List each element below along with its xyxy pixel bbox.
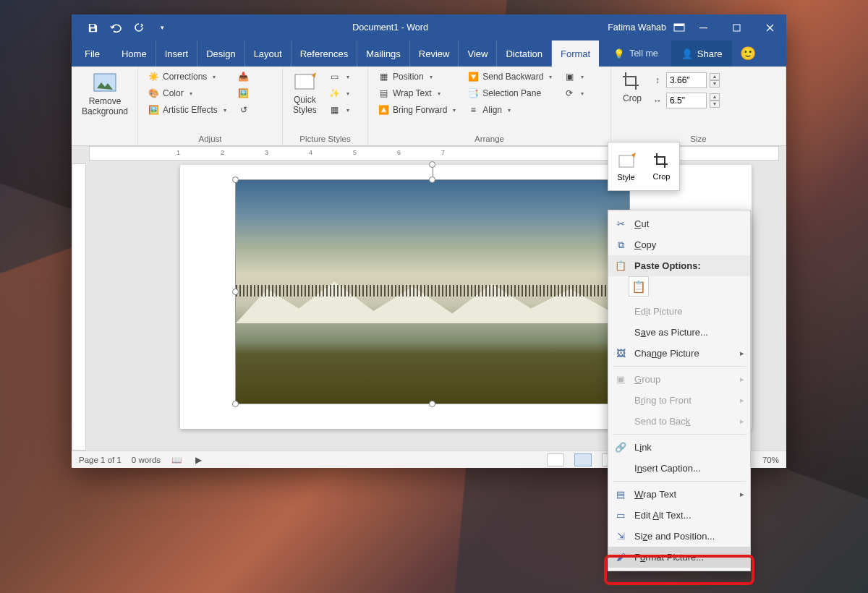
group-icon: ▣ (563, 71, 575, 82)
tab-insert[interactable]: Insert (156, 40, 198, 67)
bring-forward-button[interactable]: 🔼Bring Forward (374, 103, 459, 117)
tab-mailings[interactable]: Mailings (357, 40, 410, 67)
close-button[interactable] (753, 14, 786, 40)
ctx-wrap-text[interactable]: ▤Wrap Text (608, 484, 750, 505)
read-mode-button[interactable] (547, 453, 564, 466)
adjust-group-label: Adjust (144, 135, 276, 145)
tab-layout[interactable]: Layout (245, 40, 292, 67)
ctx-size-position[interactable]: ⇲Size and Position... (608, 526, 750, 547)
tab-dictation[interactable]: Dictation (497, 40, 552, 67)
selection-pane-button[interactable]: 📑Selection Pane (464, 86, 556, 101)
send-backward-button[interactable]: 🔽Send Backward (464, 69, 556, 84)
corrections-button[interactable]: ☀️Corrections (144, 69, 230, 84)
group-button[interactable]: ▣ (560, 69, 587, 84)
height-down[interactable]: ▼ (710, 80, 720, 88)
quick-styles-button[interactable]: Quick Styles (289, 69, 321, 117)
tab-design[interactable]: Design (197, 40, 244, 67)
feedback-icon[interactable]: 🙂 (732, 40, 764, 67)
tab-view[interactable]: View (459, 40, 497, 67)
quick-access-toolbar: ▾ (72, 17, 173, 38)
reset-icon: ↺ (238, 104, 250, 116)
handle-l[interactable] (232, 289, 239, 295)
qat-customize-icon[interactable]: ▾ (151, 17, 173, 38)
handle-bl[interactable] (232, 401, 239, 407)
ctx-link[interactable]: 🔗Link (608, 437, 750, 458)
handle-t[interactable] (429, 176, 435, 183)
rotate-handle[interactable] (429, 161, 435, 168)
artistic-effects-button[interactable]: 🖼️Artistic Effects (144, 103, 230, 117)
share-button[interactable]: 👤 Share (671, 40, 733, 67)
height-icon: ↕ (652, 74, 663, 86)
svg-rect-1 (674, 24, 684, 26)
ctx-paste-option[interactable]: 📋 (629, 276, 649, 296)
copy-icon: ⧉ (614, 239, 627, 251)
rotate-button[interactable]: ⟳ (560, 86, 587, 101)
window-title: Document1 - Word (173, 22, 608, 33)
tab-home[interactable]: Home (113, 40, 156, 67)
compress-button[interactable]: 📥 (234, 69, 253, 84)
width-down[interactable]: ▼ (710, 101, 720, 108)
picture-layout-button[interactable]: ▦ (326, 103, 353, 117)
ctx-copy[interactable]: ⧉Copy (608, 234, 750, 255)
compress-icon: 📥 (238, 71, 250, 82)
sun-icon: ☀️ (148, 71, 159, 82)
ribbon-tabs: File Home Insert Design Layout Reference… (72, 40, 786, 67)
height-field[interactable]: ↕ ▲▼ (652, 72, 720, 88)
color-button[interactable]: 🎨Color (144, 86, 230, 101)
word-count[interactable]: 0 words (132, 456, 161, 464)
change-picture-button[interactable]: 🖼️ (234, 86, 253, 101)
width-field[interactable]: ↔ ▲▼ (652, 93, 720, 108)
wrap-text-button[interactable]: ▤Wrap Text (374, 86, 459, 101)
height-input[interactable] (666, 72, 707, 88)
maximize-button[interactable] (720, 14, 753, 40)
user-area: Fatima Wahab (608, 22, 686, 33)
alt-text-icon: ▭ (614, 510, 627, 521)
align-button[interactable]: ≡Align (464, 103, 556, 117)
height-up[interactable]: ▲ (710, 73, 720, 80)
ribbon-options-icon[interactable] (673, 22, 685, 33)
picture-effects-button[interactable]: ✨ (326, 86, 353, 101)
picture-styles-label[interactable]: Picture Styles (289, 135, 362, 145)
page-indicator[interactable]: Page 1 of 1 (79, 456, 122, 464)
mini-style-button[interactable]: Style (608, 142, 644, 190)
ctx-edit-alt-text[interactable]: ▭Edit Alt Text... (608, 505, 750, 526)
tell-me[interactable]: 💡 Tell me (613, 40, 658, 67)
cut-icon: ✂ (614, 218, 627, 229)
tab-review[interactable]: Review (410, 40, 459, 67)
spellcheck-icon[interactable]: 📖 (171, 454, 182, 466)
picture-border-button[interactable]: ▭ (326, 69, 353, 84)
tab-format[interactable]: Format (552, 40, 599, 67)
redo-icon[interactable] (128, 17, 150, 38)
vertical-ruler[interactable] (72, 163, 86, 451)
undo-icon[interactable] (105, 17, 127, 38)
ctx-cut[interactable]: ✂CuCutt (608, 213, 750, 234)
context-menu: ✂CuCutt ⧉Copy 📋Paste Options: 📋 Edit Pic… (608, 210, 751, 571)
selected-picture[interactable] (235, 179, 630, 404)
print-layout-button[interactable] (574, 453, 592, 466)
mini-crop-button[interactable]: Crop (644, 142, 679, 190)
group-ctx-icon: ▣ (614, 374, 627, 385)
reset-picture-button[interactable]: ↺ (234, 103, 253, 117)
title-bar: ▾ Document1 - Word Fatima Wahab (72, 14, 786, 40)
ctx-change-picture[interactable]: 🖼Change Picture (608, 343, 750, 364)
save-icon[interactable] (82, 17, 103, 38)
width-input[interactable] (666, 93, 707, 108)
macro-icon[interactable]: ▶ (192, 454, 204, 466)
crop-button[interactable]: Crop (617, 69, 647, 106)
forward-icon: 🔼 (378, 104, 389, 116)
tab-references[interactable]: References (292, 40, 357, 67)
minimize-button[interactable] (686, 14, 720, 40)
svg-rect-3 (733, 25, 740, 31)
zoom-level[interactable]: 70% (762, 456, 779, 464)
ctx-format-picture[interactable]: 🖌Format Picture... (608, 547, 750, 568)
ctx-save-as-picture[interactable]: Save as Picture... (608, 322, 750, 343)
position-button[interactable]: ▦Position (374, 69, 459, 84)
handle-b[interactable] (429, 401, 435, 407)
tab-file[interactable]: File (72, 40, 113, 67)
width-up[interactable]: ▲ (710, 93, 720, 101)
ctx-insert-caption[interactable]: Insert Caption... (608, 458, 750, 479)
handle-tl[interactable] (232, 176, 239, 183)
user-name[interactable]: Fatima Wahab (608, 22, 666, 33)
remove-background-button[interactable]: Remove Background (77, 69, 132, 119)
tell-me-label: Tell me (629, 48, 658, 59)
